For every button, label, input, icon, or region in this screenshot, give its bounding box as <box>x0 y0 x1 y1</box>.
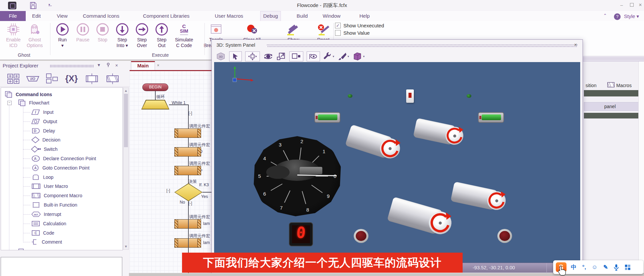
component-macro-node[interactable] <box>174 147 201 157</box>
component-macro-node[interactable] <box>174 219 201 229</box>
ime-mic-icon[interactable] <box>614 264 619 271</box>
component-macro-node[interactable] <box>174 166 201 175</box>
grid-plus-icon[interactable] <box>7 73 20 84</box>
led-bar-component[interactable] <box>314 112 340 123</box>
ime-punct-icon[interactable]: °, <box>582 264 586 271</box>
3d-panel-close-icon[interactable]: × <box>574 42 577 47</box>
pan-icon[interactable] <box>245 51 260 61</box>
tree-item-state-diagram[interactable]: State Diagram <box>18 248 59 250</box>
panel-drag-handle[interactable] <box>583 56 644 61</box>
flow-begin-node[interactable]: BEGIN <box>142 83 168 91</box>
solid-icon[interactable]: ▾ <box>352 52 365 61</box>
rotary-dial-component[interactable]: 0987654321 <box>253 136 342 216</box>
ghost-options-button[interactable]: GhostOptions <box>20 22 50 48</box>
ime-punct-icon[interactable]: ✎ <box>603 264 608 271</box>
scrollbar-thumb[interactable] <box>124 94 128 147</box>
switch-component[interactable] <box>406 89 414 103</box>
tree-item-switch[interactable]: Switch <box>31 145 57 153</box>
tree-item-code[interactable]: CCode <box>31 229 54 237</box>
tree-item-user-macro[interactable]: User Macro <box>31 182 68 190</box>
menu-view[interactable]: View <box>57 11 67 21</box>
ribbon-collapse-icon[interactable]: ⌃ <box>603 13 607 18</box>
component-macro-node[interactable] <box>174 238 201 248</box>
tab-close-icon[interactable]: × <box>157 63 159 68</box>
led-dot[interactable] <box>467 94 471 98</box>
eye-icon[interactable] <box>307 51 320 61</box>
tree-item-goto-connection-point[interactable]: AGoto Connection Point <box>31 164 90 172</box>
tree-item-delay[interactable]: DDelay <box>31 127 55 135</box>
maximize-button[interactable] <box>627 1 636 9</box>
io-icon[interactable]: I/O <box>25 74 40 84</box>
ime-punct-icon[interactable]: 中 <box>571 263 577 271</box>
resize-icon[interactable] <box>277 52 286 61</box>
tree-item-interrupt[interactable]: INTInterrupt <box>31 210 61 218</box>
menu-build[interactable]: Build <box>297 11 308 21</box>
tree-item-built-in-function[interactable]: Built-in Function <box>31 201 77 209</box>
tree-item-loop[interactable]: Loop <box>31 173 53 181</box>
seven-segment-display[interactable]: 0 <box>289 222 313 246</box>
tree-scrollbar[interactable]: ▲ ▼ <box>123 87 129 250</box>
tree-item-comment[interactable]: Comment <box>31 238 62 246</box>
reset-c-code-icon <box>308 22 338 37</box>
component-macro-icon[interactable] <box>105 73 120 84</box>
tree-item-calculation[interactable]: Calculation <box>31 220 66 228</box>
brush-icon[interactable]: ▾ <box>338 52 349 61</box>
menu-component-libraries[interactable]: Component Libraries <box>143 11 189 21</box>
tree-item-input[interactable]: Input <box>31 108 53 116</box>
user-macro-icon[interactable] <box>84 73 100 84</box>
tree-item-output[interactable]: Output <box>31 117 57 125</box>
pin-icon[interactable] <box>106 63 110 67</box>
tree-expander-icon[interactable]: − <box>7 101 12 105</box>
windows-icon[interactable] <box>45 73 59 84</box>
panel-drag-handle[interactable] <box>50 65 94 67</box>
tab-main[interactable]: Main <box>131 61 155 70</box>
red-button-component[interactable] <box>497 229 512 243</box>
clip-icon[interactable] <box>289 51 303 61</box>
flow-decision-node[interactable] <box>174 183 202 201</box>
tree-expander-icon[interactable]: − <box>7 250 12 250</box>
component-macro-node[interactable] <box>174 128 201 138</box>
orbit-icon[interactable] <box>263 52 273 61</box>
led-dot[interactable] <box>348 94 352 98</box>
menu-command-icons[interactable]: Command Icons <box>83 11 119 21</box>
help-icon[interactable]: ? <box>614 13 621 20</box>
braces-x-icon[interactable]: {X} <box>64 73 79 84</box>
menu-user-macros[interactable]: User Macros <box>215 11 243 21</box>
flow-loop-node[interactable] <box>141 100 169 109</box>
menu-edit[interactable]: Edit <box>32 11 41 21</box>
tree-item-declare-connection-point[interactable]: A:Declare Connection Point <box>31 155 96 163</box>
menu-file[interactable]: File <box>0 11 26 21</box>
menu-help[interactable]: Help <box>359 11 370 21</box>
simulate-c-code-button[interactable]: CSIM SimulateC Code <box>169 22 199 48</box>
menu-window[interactable]: Window <box>323 11 340 21</box>
scroll-up-icon[interactable]: ▲ <box>124 89 128 92</box>
scroll-down-icon[interactable]: ▼ <box>124 245 128 248</box>
style-dropdown[interactable]: Style ▾ <box>624 13 639 19</box>
led-bar-component[interactable] <box>478 112 504 123</box>
3d-panel-drag-handle[interactable] <box>267 44 578 47</box>
collapse-marker[interactable]: [-] <box>188 111 192 115</box>
select-icon[interactable] <box>229 51 242 61</box>
cube-3d-icon[interactable]: 3D <box>216 52 226 61</box>
ime-grid-icon[interactable] <box>625 264 631 270</box>
panel-close-icon[interactable]: × <box>115 63 118 68</box>
ime-punct-icon[interactable]: ☺ <box>592 264 598 271</box>
macros-label[interactable]: Macros <box>616 83 632 88</box>
tree-item-flowchart[interactable]: Flowchart <box>18 99 49 107</box>
3d-viewport[interactable]: 0987654321 0 <box>214 62 580 263</box>
tree-item-component-macro[interactable]: Component Macro <box>31 192 82 200</box>
wrench-icon[interactable]: ▾ <box>323 52 334 61</box>
menu-debug[interactable]: Debug <box>260 11 281 21</box>
red-button-component[interactable] <box>354 229 368 243</box>
collapse-marker[interactable]: [-] <box>166 188 170 193</box>
tree-item-command-icons[interactable]: Command Icons <box>4 90 52 98</box>
collapse-marker[interactable]: [-] <box>188 201 192 206</box>
checkbox-show-unexecuted[interactable]: ✓Show Unexecuted <box>335 22 384 28</box>
panel-menu-icon[interactable]: ▼ <box>97 63 101 67</box>
table-header-bar <box>584 90 644 96</box>
tree-item-decision[interactable]: Decision <box>31 136 60 144</box>
minimize-button[interactable]: – <box>617 1 626 9</box>
close-button[interactable]: × <box>636 1 644 9</box>
checkbox-show-value[interactable]: Show Value <box>335 30 370 36</box>
table-row[interactable]: panel <box>584 102 644 111</box>
